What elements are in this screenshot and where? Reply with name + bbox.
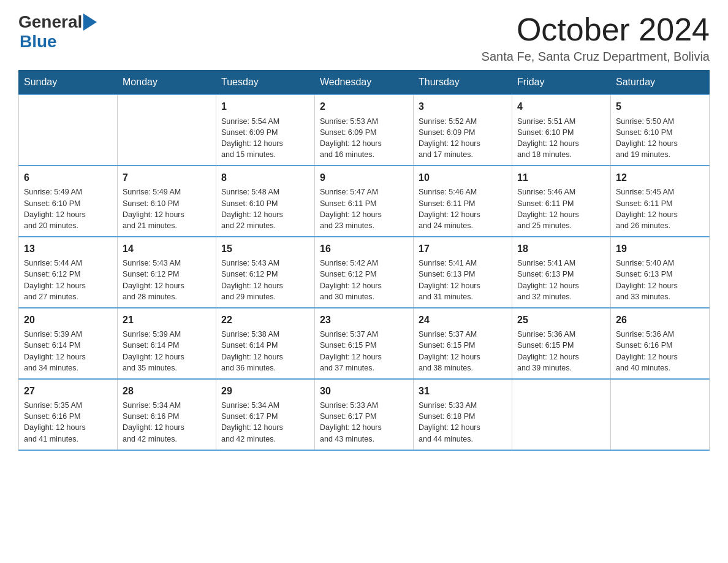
day-number: 29 [221,385,309,398]
day-number: 17 [419,242,507,256]
day-info: Sunrise: 5:49 AM Sunset: 6:10 PM Dayligh… [123,186,211,231]
day-number: 20 [24,313,112,327]
calendar-cell [118,94,216,166]
calendar-cell: 25Sunrise: 5:36 AM Sunset: 6:15 PM Dayli… [512,308,611,379]
day-number: 16 [320,242,408,256]
month-title: October 2024 [482,12,710,47]
calendar-cell: 15Sunrise: 5:43 AM Sunset: 6:12 PM Dayli… [216,237,315,308]
header: General Blue October 2024 Santa Fe, Sant… [18,12,710,64]
day-number: 24 [419,313,507,327]
day-info: Sunrise: 5:53 AM Sunset: 6:09 PM Dayligh… [320,116,408,161]
day-number: 19 [616,242,704,256]
calendar-cell: 22Sunrise: 5:38 AM Sunset: 6:14 PM Dayli… [216,308,315,379]
day-info: Sunrise: 5:36 AM Sunset: 6:16 PM Dayligh… [616,329,704,373]
calendar-table: SundayMondayTuesdayWednesdayThursdayFrid… [18,70,710,450]
calendar-cell [512,379,611,450]
day-number: 8 [221,171,309,185]
day-info: Sunrise: 5:39 AM Sunset: 6:14 PM Dayligh… [123,329,211,373]
day-number: 7 [123,171,211,185]
calendar-cell: 31Sunrise: 5:33 AM Sunset: 6:18 PM Dayli… [414,379,512,450]
calendar-cell: 12Sunrise: 5:45 AM Sunset: 6:11 PM Dayli… [611,166,710,237]
calendar-cell [19,94,118,166]
day-number: 10 [419,171,507,185]
day-number: 13 [24,242,112,256]
weekday-header-monday: Monday [118,71,216,95]
calendar-cell: 4Sunrise: 5:51 AM Sunset: 6:10 PM Daylig… [512,94,611,166]
calendar-cell [611,379,710,450]
calendar-cell: 2Sunrise: 5:53 AM Sunset: 6:09 PM Daylig… [315,94,414,166]
day-info: Sunrise: 5:41 AM Sunset: 6:13 PM Dayligh… [419,258,507,302]
day-info: Sunrise: 5:51 AM Sunset: 6:10 PM Dayligh… [517,116,605,161]
week-row-5: 27Sunrise: 5:35 AM Sunset: 6:16 PM Dayli… [19,379,710,450]
day-info: Sunrise: 5:33 AM Sunset: 6:17 PM Dayligh… [320,400,408,445]
day-number: 18 [517,242,605,256]
day-info: Sunrise: 5:47 AM Sunset: 6:11 PM Dayligh… [320,186,408,231]
day-info: Sunrise: 5:40 AM Sunset: 6:13 PM Dayligh… [616,258,704,302]
calendar-cell: 30Sunrise: 5:33 AM Sunset: 6:17 PM Dayli… [315,379,414,450]
calendar-cell: 17Sunrise: 5:41 AM Sunset: 6:13 PM Dayli… [414,237,512,308]
location-subtitle: Santa Fe, Santa Cruz Department, Bolivia [482,50,710,64]
day-info: Sunrise: 5:52 AM Sunset: 6:09 PM Dayligh… [419,116,507,161]
day-number: 3 [419,100,507,113]
day-info: Sunrise: 5:38 AM Sunset: 6:14 PM Dayligh… [221,329,309,373]
day-info: Sunrise: 5:34 AM Sunset: 6:17 PM Dayligh… [221,400,309,445]
day-info: Sunrise: 5:43 AM Sunset: 6:12 PM Dayligh… [221,258,309,302]
day-number: 28 [123,385,211,398]
day-number: 14 [123,242,211,256]
week-row-3: 13Sunrise: 5:44 AM Sunset: 6:12 PM Dayli… [19,237,710,308]
day-number: 31 [419,385,507,398]
calendar-cell: 10Sunrise: 5:46 AM Sunset: 6:11 PM Dayli… [414,166,512,237]
day-number: 23 [320,313,408,327]
day-info: Sunrise: 5:37 AM Sunset: 6:15 PM Dayligh… [320,329,408,373]
logo-general-text: General [18,12,82,32]
week-row-2: 6Sunrise: 5:49 AM Sunset: 6:10 PM Daylig… [19,166,710,237]
day-info: Sunrise: 5:48 AM Sunset: 6:10 PM Dayligh… [221,186,309,231]
weekday-header-saturday: Saturday [611,71,710,95]
logo: General Blue [18,12,98,52]
calendar-cell: 27Sunrise: 5:35 AM Sunset: 6:16 PM Dayli… [19,379,118,450]
calendar-cell: 8Sunrise: 5:48 AM Sunset: 6:10 PM Daylig… [216,166,315,237]
day-number: 15 [221,242,309,256]
day-info: Sunrise: 5:45 AM Sunset: 6:11 PM Dayligh… [616,186,704,231]
day-info: Sunrise: 5:42 AM Sunset: 6:12 PM Dayligh… [320,258,408,302]
day-number: 9 [320,171,408,185]
calendar-cell: 19Sunrise: 5:40 AM Sunset: 6:13 PM Dayli… [611,237,710,308]
day-number: 22 [221,313,309,327]
calendar-cell: 23Sunrise: 5:37 AM Sunset: 6:15 PM Dayli… [315,308,414,379]
day-info: Sunrise: 5:39 AM Sunset: 6:14 PM Dayligh… [24,329,112,373]
weekday-header-row: SundayMondayTuesdayWednesdayThursdayFrid… [19,71,710,95]
weekday-header-thursday: Thursday [414,71,512,95]
weekday-header-friday: Friday [512,71,611,95]
day-number: 12 [616,171,704,185]
calendar-cell: 29Sunrise: 5:34 AM Sunset: 6:17 PM Dayli… [216,379,315,450]
calendar-cell: 11Sunrise: 5:46 AM Sunset: 6:11 PM Dayli… [512,166,611,237]
calendar-cell: 5Sunrise: 5:50 AM Sunset: 6:10 PM Daylig… [611,94,710,166]
calendar-cell: 14Sunrise: 5:43 AM Sunset: 6:12 PM Dayli… [118,237,216,308]
day-info: Sunrise: 5:44 AM Sunset: 6:12 PM Dayligh… [24,258,112,302]
calendar-cell: 1Sunrise: 5:54 AM Sunset: 6:09 PM Daylig… [216,94,315,166]
calendar-cell: 3Sunrise: 5:52 AM Sunset: 6:09 PM Daylig… [414,94,512,166]
calendar-cell: 16Sunrise: 5:42 AM Sunset: 6:12 PM Dayli… [315,237,414,308]
day-number: 25 [517,313,605,327]
logo-blue-text: Blue [20,32,57,51]
day-number: 11 [517,171,605,185]
day-info: Sunrise: 5:50 AM Sunset: 6:10 PM Dayligh… [616,116,704,161]
calendar-cell: 7Sunrise: 5:49 AM Sunset: 6:10 PM Daylig… [118,166,216,237]
calendar-cell: 20Sunrise: 5:39 AM Sunset: 6:14 PM Dayli… [19,308,118,379]
day-info: Sunrise: 5:36 AM Sunset: 6:15 PM Dayligh… [517,329,605,373]
calendar-cell: 13Sunrise: 5:44 AM Sunset: 6:12 PM Dayli… [19,237,118,308]
day-info: Sunrise: 5:37 AM Sunset: 6:15 PM Dayligh… [419,329,507,373]
week-row-4: 20Sunrise: 5:39 AM Sunset: 6:14 PM Dayli… [19,308,710,379]
day-number: 4 [517,100,605,113]
day-number: 5 [616,100,704,113]
weekday-header-wednesday: Wednesday [315,71,414,95]
day-info: Sunrise: 5:35 AM Sunset: 6:16 PM Dayligh… [24,400,112,445]
day-info: Sunrise: 5:49 AM Sunset: 6:10 PM Dayligh… [24,186,112,231]
calendar-cell: 24Sunrise: 5:37 AM Sunset: 6:15 PM Dayli… [414,308,512,379]
day-number: 26 [616,313,704,327]
calendar-cell: 18Sunrise: 5:41 AM Sunset: 6:13 PM Dayli… [512,237,611,308]
day-number: 30 [320,385,408,398]
day-info: Sunrise: 5:33 AM Sunset: 6:18 PM Dayligh… [419,400,507,445]
day-number: 27 [24,385,112,398]
weekday-header-sunday: Sunday [19,71,118,95]
